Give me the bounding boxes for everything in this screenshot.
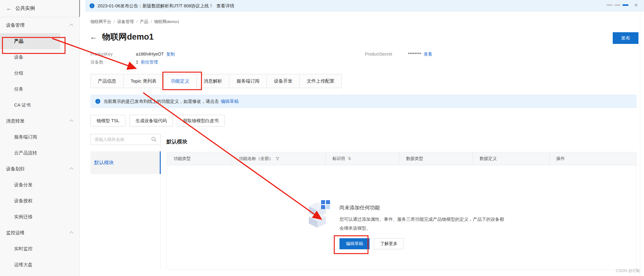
- column-label: 数据定义: [480, 156, 497, 161]
- col-feature-name: 功能名称（全部）: [232, 152, 325, 165]
- copy-link[interactable]: 复制: [166, 52, 175, 57]
- sidebar-item-label: CA 证书: [14, 102, 31, 108]
- publish-button[interactable]: 发布: [613, 32, 638, 44]
- close-icon[interactable]: ✕: [634, 2, 638, 8]
- product-secret-row: ProductSecret ******** 查看: [365, 52, 432, 57]
- sidebar-back-instance[interactable]: ← 公共实例: [0, 0, 79, 17]
- tab-product-info[interactable]: 产品信息: [90, 74, 124, 88]
- sidebar-item-label: 产品: [14, 38, 23, 44]
- model-toolbar: 物模型 TSL 生成设备端代码 获取物模型白皮书: [90, 115, 225, 126]
- col-actions: 操作: [549, 152, 636, 165]
- page-right-divider: [640, 12, 640, 276]
- empty-state-text: 尚未添加任何功能 您可以通过添加属性、事件、服务三类功能完成产品物模型的定义，产…: [339, 200, 507, 249]
- sidebar-item-label: 云产品流转: [14, 150, 37, 156]
- section-label: 设备管理: [6, 22, 25, 28]
- pager-bar[interactable]: [607, 4, 612, 6]
- module-title: 默认模块: [167, 138, 187, 145]
- module-panel: 默认模块: [90, 134, 161, 270]
- sidebar-item-instance-migrate[interactable]: 实例迁移: [0, 209, 79, 225]
- info-icon: i: [90, 3, 94, 8]
- filter-funnel-icon[interactable]: [276, 157, 279, 161]
- sidebar-item-label: 设备授权: [14, 198, 33, 204]
- product-key-label: ProductKey: [90, 52, 136, 57]
- tab-server-subscribe[interactable]: 服务端订阅: [229, 74, 267, 88]
- alert-text: 当前展示的是已发布到线上的功能定义，如需修改，请点击: [103, 99, 219, 104]
- edit-draft-button[interactable]: 编辑草稿: [339, 238, 370, 249]
- product-secret-label: ProductSecret: [365, 52, 408, 57]
- section-label: 设备划归: [6, 166, 25, 172]
- sidebar-item-cloud-flow[interactable]: 云产品流转: [0, 145, 79, 161]
- pager-bar[interactable]: [615, 4, 620, 6]
- sidebar-item-label: 实时监控: [14, 246, 33, 252]
- tab-device-develop[interactable]: 设备开发: [266, 74, 300, 88]
- instance-name: 公共实例: [15, 5, 35, 12]
- section-label: 监控运维: [6, 230, 25, 236]
- page-title: 物联网demo1: [102, 31, 154, 42]
- device-count-label: 设备数: [90, 60, 136, 65]
- module-item-label: 默认模块: [94, 160, 114, 166]
- sidebar-item-label: 实例迁移: [14, 214, 33, 220]
- back-arrow-icon[interactable]: ←: [90, 33, 97, 41]
- sidebar-section-device-mgmt[interactable]: 设备管理: [0, 17, 79, 33]
- edit-draft-link[interactable]: 编辑草稿: [221, 99, 239, 104]
- col-feature-type: 功能类型: [167, 152, 232, 165]
- empty-boxes-icon: [308, 200, 330, 249]
- sidebar-item-server-subscribe[interactable]: 服务端订阅: [0, 129, 79, 145]
- search-icon[interactable]: [151, 137, 157, 143]
- tab-file-upload-config[interactable]: 文件上传配置: [299, 74, 342, 88]
- sidebar-item-realtime-monitor[interactable]: 实时监控: [0, 241, 79, 257]
- tab-topic-list[interactable]: Topic 类列表: [123, 74, 164, 88]
- sidebar-item-device[interactable]: 设备: [0, 49, 79, 65]
- pager-bar-active[interactable]: [623, 4, 628, 6]
- watermark: CSDN @记帖: [616, 268, 640, 274]
- sidebar-item-device-distribute[interactable]: 设备分发: [0, 177, 79, 193]
- column-label: 标识符: [332, 156, 345, 161]
- col-data-definition: 数据定义: [473, 152, 549, 165]
- module-list: 默认模块: [90, 151, 161, 174]
- section-label: 消息转发: [6, 118, 25, 124]
- module-search-input[interactable]: [90, 134, 161, 145]
- module-item-default[interactable]: 默认模块: [90, 151, 161, 174]
- empty-state-buttons: 编辑草稿 了解更多: [339, 238, 507, 249]
- product-key-value: a186h4HyeOT: [136, 52, 164, 57]
- chevron-up-icon: [70, 231, 74, 235]
- goto-manage-link[interactable]: 前往管理: [141, 60, 158, 65]
- chevron-up-icon: [70, 24, 74, 28]
- whitepaper-button[interactable]: 获取物模型白皮书: [177, 115, 225, 126]
- sidebar-section-monitor-ops[interactable]: 监控运维: [0, 225, 79, 241]
- breadcrumb-separator: /: [114, 19, 115, 24]
- chevron-up-icon: [70, 119, 74, 123]
- sidebar-section-device-assign[interactable]: 设备划归: [0, 161, 79, 177]
- sidebar-item-label: 任务: [14, 86, 23, 92]
- sidebar-section-msg-forward[interactable]: 消息转发: [0, 113, 79, 129]
- announcement-banner: i 2023-01-06发布公告：新版数据解析和JT/T 808协议上线！ 查看…: [85, 0, 644, 12]
- learn-more-button[interactable]: 了解更多: [374, 238, 404, 249]
- sidebar-item-task[interactable]: 任务: [0, 81, 79, 97]
- view-secret-link[interactable]: 查看: [424, 52, 432, 57]
- page-header: ← 物联网demo1: [90, 31, 154, 42]
- sidebar-item-product[interactable]: 产品: [0, 33, 60, 49]
- tsl-button[interactable]: 物模型 TSL: [90, 115, 125, 126]
- product-tabs: 产品信息 Topic 类列表 功能定义 消息解析 服务端订阅 设备开发 文件上传…: [90, 74, 342, 88]
- breadcrumb-platform[interactable]: 物联网平台: [90, 19, 111, 24]
- col-data-type: 数据类型: [399, 152, 473, 165]
- breadcrumb-current: 物联网demo1: [154, 19, 179, 24]
- sort-icon[interactable]: ⇅: [348, 156, 351, 161]
- generate-device-code-button[interactable]: 生成设备端代码: [129, 115, 173, 126]
- device-count-value: 1: [136, 60, 138, 65]
- sidebar-item-group[interactable]: 分组: [0, 65, 79, 81]
- sidebar-item-label: 设备: [14, 54, 23, 60]
- sidebar-scrollbar-thumb[interactable]: [79, 0, 80, 17]
- sidebar-item-ops-dashboard[interactable]: 运维大盘: [0, 257, 79, 273]
- breadcrumb-product[interactable]: 产品: [140, 19, 148, 24]
- back-arrow-icon: ←: [6, 5, 12, 12]
- announcement-detail-link[interactable]: 查看详情: [217, 3, 234, 9]
- breadcrumb-device-mgmt[interactable]: 设备管理: [117, 19, 134, 24]
- empty-state-description: 您可以通过添加属性、事件、服务三类功能完成产品物模型的定义，产品下的设备都会继承…: [339, 215, 507, 233]
- sidebar-item-ca-cert[interactable]: CA 证书: [0, 97, 79, 113]
- tab-message-parse[interactable]: 消息解析: [196, 74, 229, 88]
- sidebar-item-device-authorize[interactable]: 设备授权: [0, 193, 79, 209]
- tab-feature-definition[interactable]: 功能定义: [163, 74, 197, 88]
- sidebar-item-label: 设备分发: [14, 182, 33, 188]
- column-label: 功能名称（全部）: [239, 156, 273, 161]
